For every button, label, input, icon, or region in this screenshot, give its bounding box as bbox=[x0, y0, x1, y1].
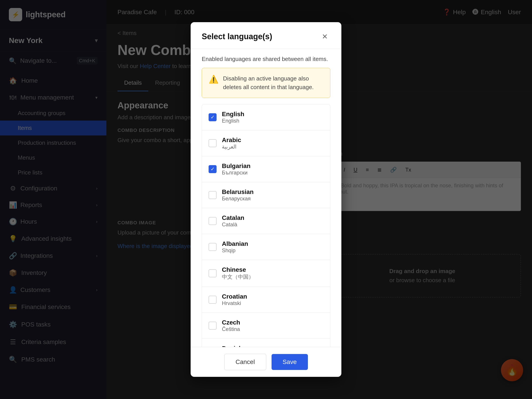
lang-item-bulgarian[interactable]: ✓ Bulgarian Български bbox=[202, 156, 330, 182]
modal-header: Select language(s) ✕ bbox=[191, 22, 341, 49]
select-language-modal: Select language(s) ✕ Enabled languages a… bbox=[191, 22, 341, 377]
lang-name-chinese: Chinese bbox=[222, 266, 254, 273]
modal-body: Enabled languages are shared between all… bbox=[191, 49, 341, 347]
lang-name-croatian: Croatian bbox=[222, 293, 247, 300]
lang-item-belarusian[interactable]: Belarusian Беларуская bbox=[202, 182, 330, 208]
lang-item-czech[interactable]: Czech Čeština bbox=[202, 313, 330, 339]
save-button[interactable]: Save bbox=[272, 354, 308, 370]
lang-checkbox-english[interactable]: ✓ bbox=[209, 113, 216, 121]
lang-checkbox-bulgarian[interactable]: ✓ bbox=[209, 165, 216, 173]
lang-item-arabic[interactable]: Arabic العربية bbox=[202, 130, 330, 156]
lang-item-albanian[interactable]: Albanian Shqip bbox=[202, 234, 330, 260]
lang-item-croatian[interactable]: Croatian Hrvatski bbox=[202, 287, 330, 313]
lang-checkbox-arabic[interactable] bbox=[209, 139, 216, 147]
modal-footer: Cancel Save bbox=[191, 347, 341, 377]
warning-text: Disabling an active language also delete… bbox=[223, 74, 323, 92]
lang-item-danish[interactable]: Danish Dansk bbox=[202, 339, 330, 347]
lang-checkbox-catalan[interactable] bbox=[209, 217, 216, 225]
lang-native-croatian: Hrvatski bbox=[222, 300, 247, 306]
lang-name-belarusian: Belarusian bbox=[222, 188, 253, 196]
lang-item-catalan[interactable]: Catalan Català bbox=[202, 208, 330, 234]
lang-native-bulgarian: Български bbox=[222, 170, 250, 176]
modal-close-button[interactable]: ✕ bbox=[319, 31, 330, 42]
lang-name-arabic: Arabic bbox=[222, 137, 241, 144]
lang-name-danish: Danish bbox=[222, 345, 242, 347]
lang-name-bulgarian: Bulgarian bbox=[222, 163, 250, 170]
lang-native-belarusian: Беларуская bbox=[222, 196, 253, 202]
lang-item-chinese[interactable]: Chinese 中文（中国） bbox=[202, 260, 330, 287]
lang-name-english: English bbox=[222, 111, 244, 118]
lang-item-english[interactable]: ✓ English English bbox=[202, 104, 330, 130]
modal-title: Select language(s) bbox=[202, 32, 272, 41]
language-list: ✓ English English Arabic العربية ✓ Bulga… bbox=[202, 104, 330, 347]
lang-name-czech: Czech bbox=[222, 319, 240, 326]
lang-native-chinese: 中文（中国） bbox=[222, 273, 254, 280]
lang-native-arabic: العربية bbox=[222, 144, 241, 150]
warning-icon: ⚠️ bbox=[209, 75, 219, 84]
lang-checkbox-albanian[interactable] bbox=[209, 243, 216, 251]
lang-checkbox-croatian[interactable] bbox=[209, 296, 216, 304]
modal-subtitle: Enabled languages are shared between all… bbox=[202, 56, 330, 63]
lang-checkbox-czech[interactable] bbox=[209, 322, 216, 330]
lang-name-albanian: Albanian bbox=[222, 240, 248, 247]
cancel-button[interactable]: Cancel bbox=[224, 354, 266, 370]
lang-name-catalan: Catalan bbox=[222, 214, 244, 222]
lang-native-czech: Čeština bbox=[222, 326, 240, 332]
lang-native-catalan: Català bbox=[222, 222, 244, 228]
lang-native-albanian: Shqip bbox=[222, 247, 248, 253]
warning-box: ⚠️ Disabling an active language also del… bbox=[202, 68, 330, 98]
lang-native-english: English bbox=[222, 118, 244, 124]
lang-checkbox-chinese[interactable] bbox=[209, 269, 216, 277]
lang-checkbox-belarusian[interactable] bbox=[209, 191, 216, 199]
